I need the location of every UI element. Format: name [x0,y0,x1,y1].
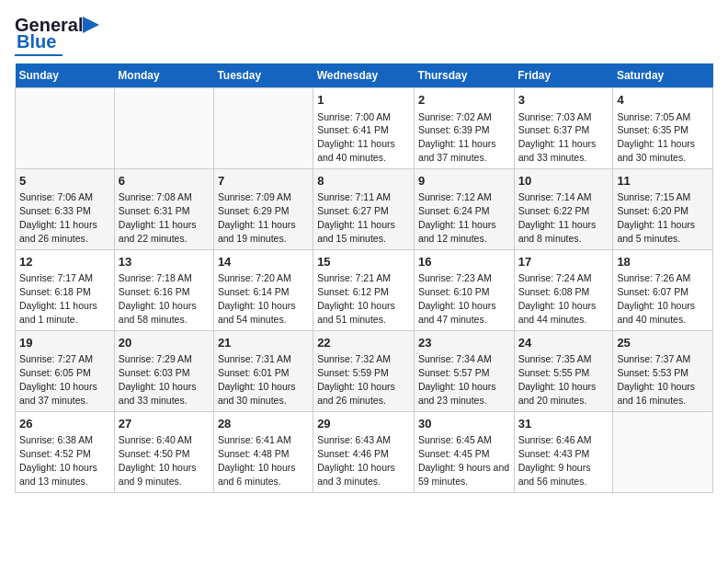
calendar-table: SundayMondayTuesdayWednesdayThursdayFrid… [15,63,713,493]
day-header-wednesday: Wednesday [313,63,415,88]
day-number: 28 [218,416,309,432]
calendar-cell: 21Sunrise: 7:31 AM Sunset: 6:01 PM Dayli… [213,330,313,411]
day-info: Sunrise: 7:26 AM Sunset: 6:07 PM Dayligh… [617,272,695,325]
day-header-thursday: Thursday [414,63,514,88]
day-number: 18 [617,254,709,270]
week-row-5: 26Sunrise: 6:38 AM Sunset: 4:52 PM Dayli… [16,411,713,492]
day-info: Sunrise: 7:32 AM Sunset: 5:59 PM Dayligh… [317,353,395,406]
day-info: Sunrise: 7:31 AM Sunset: 6:01 PM Dayligh… [218,353,296,406]
calendar-cell: 26Sunrise: 6:38 AM Sunset: 4:52 PM Dayli… [16,411,115,492]
calendar-cell: 23Sunrise: 7:34 AM Sunset: 5:57 PM Dayli… [414,330,514,411]
day-number: 7 [218,173,309,190]
calendar-cell: 25Sunrise: 7:37 AM Sunset: 5:53 PM Dayli… [613,330,713,411]
day-info: Sunrise: 7:17 AM Sunset: 6:18 PM Dayligh… [19,272,97,325]
day-number: 17 [518,254,609,270]
day-number: 20 [119,335,210,351]
calendar-cell: 29Sunrise: 6:43 AM Sunset: 4:46 PM Dayli… [313,411,415,492]
day-header-monday: Monday [114,63,213,88]
calendar-cell: 8Sunrise: 7:11 AM Sunset: 6:27 PM Daylig… [313,168,415,249]
day-info: Sunrise: 7:08 AM Sunset: 6:31 PM Dayligh… [119,191,197,244]
day-info: Sunrise: 7:23 AM Sunset: 6:10 PM Dayligh… [418,272,496,325]
day-number: 14 [218,254,309,270]
day-info: Sunrise: 7:18 AM Sunset: 6:16 PM Dayligh… [119,272,197,325]
day-info: Sunrise: 7:24 AM Sunset: 6:08 PM Dayligh… [518,272,597,325]
calendar-cell: 16Sunrise: 7:23 AM Sunset: 6:10 PM Dayli… [414,249,514,330]
calendar-cell: 5Sunrise: 7:06 AM Sunset: 6:33 PM Daylig… [16,168,115,249]
day-number: 19 [19,335,110,351]
logo-arrow-icon [83,15,99,35]
day-number: 5 [19,173,110,190]
day-number: 13 [119,254,210,270]
day-info: Sunrise: 7:34 AM Sunset: 5:57 PM Dayligh… [418,353,496,406]
calendar-cell: 4Sunrise: 7:05 AM Sunset: 6:35 PM Daylig… [613,88,713,169]
calendar-cell: 30Sunrise: 6:45 AM Sunset: 4:45 PM Dayli… [414,411,514,492]
day-number: 23 [418,335,510,351]
day-info: Sunrise: 7:14 AM Sunset: 6:22 PM Dayligh… [518,191,597,244]
calendar-cell: 11Sunrise: 7:15 AM Sunset: 6:20 PM Dayli… [613,168,713,249]
day-info: Sunrise: 7:03 AM Sunset: 6:37 PM Dayligh… [518,111,597,164]
day-number: 16 [418,254,510,270]
day-info: Sunrise: 6:46 AM Sunset: 4:43 PM Dayligh… [518,434,592,487]
logo-blue-text: Blue [17,31,56,52]
svg-marker-0 [83,17,99,33]
day-number: 8 [317,173,410,190]
calendar-cell: 28Sunrise: 6:41 AM Sunset: 4:48 PM Dayli… [213,411,313,492]
calendar-cell: 24Sunrise: 7:35 AM Sunset: 5:55 PM Dayli… [514,330,613,411]
day-number: 9 [418,173,510,190]
calendar-cell: 31Sunrise: 6:46 AM Sunset: 4:43 PM Dayli… [514,411,613,492]
day-info: Sunrise: 7:09 AM Sunset: 6:29 PM Dayligh… [218,191,296,244]
day-header-saturday: Saturday [613,63,713,88]
day-info: Sunrise: 7:05 AM Sunset: 6:35 PM Dayligh… [617,111,695,164]
day-info: Sunrise: 7:06 AM Sunset: 6:33 PM Dayligh… [19,191,97,244]
day-info: Sunrise: 6:41 AM Sunset: 4:48 PM Dayligh… [218,434,296,487]
day-number: 2 [418,92,510,109]
calendar-cell [613,411,713,492]
calendar-cell: 18Sunrise: 7:26 AM Sunset: 6:07 PM Dayli… [613,249,713,330]
day-info: Sunrise: 6:40 AM Sunset: 4:50 PM Dayligh… [119,434,197,487]
day-number: 31 [518,416,609,432]
day-info: Sunrise: 7:27 AM Sunset: 6:05 PM Dayligh… [19,353,97,406]
calendar-cell: 22Sunrise: 7:32 AM Sunset: 5:59 PM Dayli… [313,330,415,411]
day-number: 21 [218,335,309,351]
day-number: 24 [518,335,609,351]
calendar-cell: 9Sunrise: 7:12 AM Sunset: 6:24 PM Daylig… [414,168,514,249]
day-number: 22 [317,335,410,351]
calendar-cell: 10Sunrise: 7:14 AM Sunset: 6:22 PM Dayli… [514,168,613,249]
day-number: 6 [119,173,210,190]
day-info: Sunrise: 6:45 AM Sunset: 4:45 PM Dayligh… [418,434,509,487]
day-info: Sunrise: 7:15 AM Sunset: 6:20 PM Dayligh… [617,191,695,244]
calendar-cell [114,88,213,169]
day-info: Sunrise: 6:38 AM Sunset: 4:52 PM Dayligh… [19,434,97,487]
day-info: Sunrise: 7:21 AM Sunset: 6:12 PM Dayligh… [317,272,395,325]
day-info: Sunrise: 7:11 AM Sunset: 6:27 PM Dayligh… [317,191,395,244]
page-header: General Blue [15,15,713,56]
day-info: Sunrise: 7:20 AM Sunset: 6:14 PM Dayligh… [218,272,296,325]
day-number: 11 [617,173,709,190]
calendar-cell [16,88,115,169]
calendar-cell: 1Sunrise: 7:00 AM Sunset: 6:41 PM Daylig… [313,88,415,169]
week-row-2: 5Sunrise: 7:06 AM Sunset: 6:33 PM Daylig… [16,168,713,249]
calendar-cell: 14Sunrise: 7:20 AM Sunset: 6:14 PM Dayli… [213,249,313,330]
calendar-cell: 7Sunrise: 7:09 AM Sunset: 6:29 PM Daylig… [213,168,313,249]
day-info: Sunrise: 7:00 AM Sunset: 6:41 PM Dayligh… [317,111,395,164]
day-info: Sunrise: 7:35 AM Sunset: 5:55 PM Dayligh… [518,353,597,406]
day-number: 29 [317,416,410,432]
calendar-cell: 13Sunrise: 7:18 AM Sunset: 6:16 PM Dayli… [114,249,213,330]
day-number: 12 [19,254,110,270]
day-header-sunday: Sunday [16,63,115,88]
day-number: 30 [418,416,510,432]
day-info: Sunrise: 7:37 AM Sunset: 5:53 PM Dayligh… [617,353,695,406]
calendar-cell: 20Sunrise: 7:29 AM Sunset: 6:03 PM Dayli… [114,330,213,411]
day-info: Sunrise: 7:12 AM Sunset: 6:24 PM Dayligh… [418,191,496,244]
day-number: 4 [617,92,709,109]
day-header-tuesday: Tuesday [213,63,313,88]
calendar-cell: 19Sunrise: 7:27 AM Sunset: 6:05 PM Dayli… [16,330,115,411]
calendar-cell: 12Sunrise: 7:17 AM Sunset: 6:18 PM Dayli… [16,249,115,330]
days-header-row: SundayMondayTuesdayWednesdayThursdayFrid… [16,63,713,88]
logo: General Blue [15,15,99,56]
day-info: Sunrise: 6:43 AM Sunset: 4:46 PM Dayligh… [317,434,395,487]
day-header-friday: Friday [514,63,613,88]
day-number: 15 [317,254,410,270]
calendar-cell: 6Sunrise: 7:08 AM Sunset: 6:31 PM Daylig… [114,168,213,249]
day-number: 26 [19,416,110,432]
